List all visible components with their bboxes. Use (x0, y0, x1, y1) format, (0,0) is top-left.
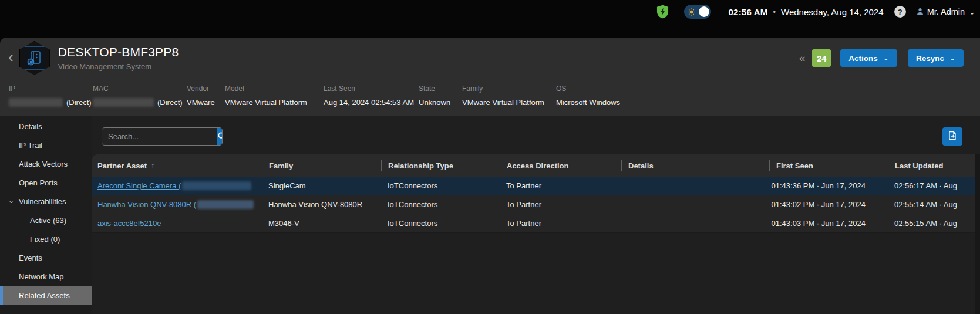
search-button[interactable] (217, 128, 223, 145)
info-value: Microsoft Windows (556, 98, 620, 107)
cell-details (621, 177, 769, 195)
table-row[interactable]: Hanwha Vision QNV-8080R (Hanwha Vision Q… (92, 195, 980, 214)
sidebar-item-events[interactable]: Events (0, 248, 92, 267)
sidebar-item-active-63[interactable]: Active (63) (0, 211, 92, 229)
info-value: (Direct) (9, 98, 93, 107)
column-header-partner-asset[interactable]: Partner Asset↑ (92, 154, 262, 177)
sidebar-item-details[interactable]: Details (0, 117, 92, 136)
collapse-panel-icon[interactable]: « (799, 52, 806, 65)
chevron-down-icon[interactable]: ⌄ (8, 197, 14, 205)
info-field-state: StateUnknown (419, 85, 462, 107)
info-label: Model (225, 85, 324, 93)
column-header-details[interactable]: Details (621, 154, 769, 177)
cell-family: M3046-V (262, 214, 381, 232)
info-value: VMware Virtual Platform (462, 98, 556, 107)
sidebar-item-label: Related Assets (19, 291, 70, 300)
column-divider (500, 160, 500, 171)
partner-asset-link[interactable]: Hanwha Vision QNV-8080R ( (97, 200, 196, 209)
search-input[interactable] (102, 128, 217, 145)
cell-details (621, 214, 769, 232)
table-toolbar (92, 116, 980, 154)
info-field-vendor: VendorVMware (187, 85, 225, 107)
info-value: Aug 14, 2024 02:54:53 AM (324, 98, 419, 107)
sidebar: DetailsIP TrailAttack VectorsOpen Ports⌄… (0, 116, 92, 314)
security-shield-icon[interactable] (656, 5, 669, 19)
info-label: IP (9, 85, 93, 93)
info-label: Last Seen (324, 85, 419, 93)
clock-time: 02:56 AM (729, 7, 768, 17)
cell-last-updated: 02:55:15 AM · Aug (888, 214, 980, 232)
column-label: Family (269, 161, 293, 170)
sidebar-item-label: Active (63) (30, 216, 66, 225)
redacted-value (93, 98, 154, 107)
redacted-value (9, 98, 63, 107)
cell-family: Hanwha Vision QNV-8080R (262, 195, 381, 214)
info-field-os: OSMicrosoft Windows (556, 85, 620, 107)
sidebar-item-attack-vectors[interactable]: Attack Vectors (0, 154, 92, 173)
vertical-scrollbar[interactable] (975, 154, 980, 314)
sidebar-item-label: Details (19, 122, 42, 131)
column-header-family[interactable]: Family (262, 154, 381, 177)
column-header-relationship-type[interactable]: Relationship Type (381, 154, 500, 177)
redacted-value (182, 181, 251, 190)
column-header-access-direction[interactable]: Access Direction (500, 154, 621, 177)
partner-asset-link[interactable]: Arecont Single Camera ( (97, 181, 181, 190)
resync-button[interactable]: Resync ⌄ (908, 49, 964, 67)
info-value: VMware Virtual Platform (225, 98, 324, 107)
device-header: ‹ DESKTOP-BMF3PP8 Video Management Syste… (0, 38, 980, 116)
cell-relationship-type: IoTConnectors (381, 177, 500, 195)
info-label: Vendor (187, 85, 225, 93)
info-field-ip: IP(Direct) (9, 85, 93, 107)
sort-ascending-icon: ↑ (151, 161, 154, 170)
table-row[interactable]: Arecont Single Camera (SingleCamIoTConne… (92, 177, 980, 195)
sidebar-item-fixed-0[interactable]: Fixed (0) (0, 229, 92, 248)
back-chevron-icon[interactable]: ‹ (8, 49, 14, 65)
person-icon (917, 8, 924, 16)
table-row[interactable]: axis-accc8ef5210eM3046-VIoTConnectorsTo … (92, 214, 980, 233)
sidebar-item-label: IP Trail (19, 141, 42, 150)
export-button[interactable] (942, 127, 962, 146)
info-value: (Direct) (93, 98, 187, 107)
sidebar-item-network-map[interactable]: Network Map (0, 267, 92, 286)
column-label: Relationship Type (388, 161, 453, 170)
sidebar-item-ip-trail[interactable]: IP Trail (0, 136, 92, 154)
page-title: DESKTOP-BMF3PP8 (58, 45, 179, 59)
column-divider (381, 160, 382, 171)
chevron-down-icon: ⌄ (949, 54, 955, 62)
search-box (102, 127, 223, 146)
actions-button-label: Actions (848, 54, 878, 63)
cell-last-updated: 02:55:14 AM · Aug (888, 195, 980, 214)
content-area: Partner Asset↑FamilyRelationship TypeAcc… (92, 116, 980, 314)
sidebar-item-label: Vulnerabilities (19, 197, 66, 206)
sidebar-item-label: Open Ports (19, 178, 58, 187)
cell-details (621, 195, 769, 214)
help-icon[interactable]: ? (894, 6, 906, 18)
main-area: DetailsIP TrailAttack VectorsOpen Ports⌄… (0, 116, 980, 314)
device-category: Video Management System (58, 62, 179, 71)
cell-first-seen: 01:43:36 PM · Jun 17, 2024 (769, 177, 888, 195)
risk-score-badge[interactable]: 24 (812, 49, 831, 67)
sidebar-item-vulnerabilities[interactable]: ⌄Vulnerabilities (0, 192, 92, 211)
resync-button-label: Resync (916, 54, 944, 63)
top-bar: 02:56 AM • Wednesday, Aug 14, 2024 ? Mr.… (0, 0, 980, 23)
user-menu[interactable]: Mr. Admin ⌄ (917, 7, 975, 16)
cell-partner-asset: Arecont Single Camera ( (92, 177, 262, 195)
column-divider (621, 160, 622, 171)
clock-date: Wednesday, Aug 14, 2024 (781, 7, 884, 17)
sidebar-item-label: Fixed (0) (30, 235, 60, 244)
theme-toggle[interactable] (684, 5, 711, 19)
cell-partner-asset: axis-accc8ef5210e (92, 214, 262, 232)
column-header-last-updated[interactable]: Last Updated (888, 154, 980, 177)
toggle-knob (699, 6, 709, 17)
column-header-first-seen[interactable]: First Seen (769, 154, 888, 177)
sidebar-item-open-ports[interactable]: Open Ports (0, 173, 92, 192)
sidebar-item-related-assets[interactable]: Related Assets (0, 286, 92, 305)
partner-asset-link[interactable]: axis-accc8ef5210e (97, 219, 161, 228)
redacted-value (197, 200, 254, 209)
column-label: Access Direction (507, 161, 569, 170)
info-field-model: ModelVMware Virtual Platform (225, 85, 324, 107)
actions-button[interactable]: Actions ⌄ (840, 49, 897, 67)
cell-access-direction: To Partner (500, 195, 621, 214)
sun-icon (688, 8, 695, 18)
info-field-mac: MAC(Direct) (93, 85, 187, 107)
